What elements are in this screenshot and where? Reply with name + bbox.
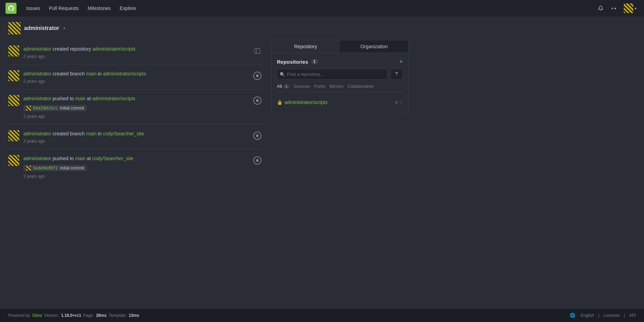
filter-tab-collaborative[interactable]: Collaborative — [347, 84, 374, 89]
activity-time: 2 years ago — [23, 139, 248, 144]
activity-body: administrator created branch main in cod… — [23, 130, 248, 144]
footer-page-label: Page: — [83, 313, 94, 318]
commit-icon — [26, 106, 31, 111]
activity-repo-link[interactable]: administrator/scripts — [103, 71, 146, 76]
repo-name-link[interactable]: administrator/scripts — [285, 100, 328, 105]
sidebar: Repository Organization Repositories 1 +… — [271, 40, 409, 308]
footer-right: 🌐 English | Licenses | API — [570, 313, 636, 318]
activity-branch-link[interactable]: main — [75, 96, 85, 101]
topnav-right: + ▾ ▾ — [596, 1, 638, 15]
commit-hash-link[interactable]: 5ede9ed9f2 — [33, 166, 58, 170]
activity-avatar — [8, 155, 19, 166]
filter-tab-forks[interactable]: Forks — [314, 84, 325, 89]
nav-pull-requests[interactable]: Pull Requests — [45, 3, 83, 13]
activity-avatar — [8, 130, 19, 141]
repo-icon — [252, 45, 263, 56]
topnav: Issues Pull Requests Milestones Explore … — [0, 0, 644, 17]
commit-node-icon — [252, 70, 263, 81]
star-icon[interactable]: ☆ — [399, 100, 403, 105]
activity-item: administrator created repository adminis… — [8, 40, 263, 65]
svg-rect-0 — [255, 49, 260, 54]
activity-actor-link[interactable]: administrator — [23, 131, 51, 136]
nav-links: Issues Pull Requests Milestones Explore — [22, 3, 594, 13]
commit-message: Initial commit — [60, 106, 84, 111]
nav-milestones[interactable]: Milestones — [84, 3, 115, 13]
footer-version: 1.18.0+rc1 — [61, 313, 81, 318]
commit-node-icon — [252, 155, 263, 166]
activity-text: administrator pushed to main at administ… — [23, 95, 248, 102]
tab-repository[interactable]: Repository — [271, 40, 340, 53]
activity-item: administrator created branch main in adm… — [8, 65, 263, 90]
main-content: administrator created repository adminis… — [0, 40, 644, 308]
footer-page-time: 28ms — [96, 313, 107, 318]
api-link[interactable]: API — [629, 313, 636, 318]
commit-message: Initial commit — [60, 166, 84, 170]
search-row: 🔍 — [277, 69, 403, 80]
activity-text: administrator created branch main in cod… — [23, 130, 248, 137]
language-link[interactable]: English — [581, 313, 594, 318]
gitea-link[interactable]: Gitea — [32, 313, 42, 318]
footer-version-label: Version: — [44, 313, 59, 318]
activity-branch-link[interactable]: main — [75, 156, 85, 161]
activity-avatar — [8, 70, 19, 81]
notifications-button[interactable] — [596, 3, 605, 13]
add-repo-button[interactable]: + — [399, 59, 403, 65]
activity-avatar — [8, 45, 19, 56]
repo-list-item: 🔒 administrator/scripts 0 ☆ — [277, 96, 403, 108]
activity-repo-link[interactable]: administrator/scripts — [93, 46, 136, 52]
search-icon: 🔍 — [280, 72, 285, 77]
activity-actor-link[interactable]: administrator — [23, 156, 51, 161]
filter-tab-all[interactable]: All 1 — [277, 84, 290, 89]
activity-time: 2 years ago — [23, 114, 248, 119]
site-logo[interactable] — [6, 3, 17, 14]
activity-text: administrator created repository adminis… — [23, 45, 248, 53]
repo-search-input[interactable] — [277, 69, 388, 80]
user-dropdown-arrow[interactable]: ▾ — [63, 26, 65, 31]
activity-repo-link[interactable]: administrator/scripts — [92, 96, 135, 101]
footer: Powered by Gitea Version: 1.18.0+rc1 Pag… — [0, 308, 644, 322]
activity-text: administrator created branch main in adm… — [23, 70, 248, 77]
activity-repo-link[interactable]: cody/Searcher_site — [92, 156, 133, 161]
filter-button[interactable] — [390, 69, 403, 80]
activity-repo-link[interactable]: cody/Searcher_site — [103, 131, 144, 136]
user-avatar — [8, 22, 21, 34]
activity-item: administrator created branch main in cod… — [8, 125, 263, 149]
nav-issues[interactable]: Issues — [22, 3, 44, 13]
activity-body: administrator created repository adminis… — [23, 45, 248, 59]
filter-tab-mirrors[interactable]: Mirrors — [330, 84, 343, 89]
create-button[interactable]: + ▾ — [609, 3, 618, 13]
stars-count: 0 — [395, 100, 398, 105]
commit-hash-link[interactable]: b9a29dc5cc — [33, 106, 58, 111]
activity-branch-link[interactable]: main — [86, 71, 96, 76]
topnav-avatar — [624, 3, 633, 13]
activity-feed: administrator created repository adminis… — [8, 40, 263, 308]
licenses-link[interactable]: Licenses — [603, 313, 620, 318]
activity-actor-link[interactable]: administrator — [23, 71, 51, 76]
powered-by-label: Powered by — [8, 313, 30, 318]
nav-explore[interactable]: Explore — [116, 3, 140, 13]
activity-body: administrator pushed to main at administ… — [23, 95, 248, 119]
commit-icon — [26, 166, 31, 170]
tab-organization[interactable]: Organization — [340, 40, 408, 53]
user-menu-button[interactable]: ▾ — [622, 1, 638, 15]
repos-count-badge: 1 — [311, 59, 318, 64]
username-label: administrator — [24, 25, 59, 31]
activity-item: administrator pushed to main at administ… — [8, 90, 263, 125]
repo-filter-tabs: All 1 Sources Forks Mirrors Collaborativ… — [277, 84, 403, 92]
activity-actor-link[interactable]: administrator — [23, 96, 51, 101]
activity-avatar — [8, 95, 19, 106]
footer-template-time: 13ms — [129, 313, 139, 318]
activity-branch-link[interactable]: main — [86, 131, 96, 136]
activity-body: administrator created branch main in adm… — [23, 70, 248, 84]
footer-left: Powered by Gitea Version: 1.18.0+rc1 Pag… — [8, 313, 139, 318]
filter-tab-sources[interactable]: Sources — [294, 84, 310, 89]
commit-badge: b9a29dc5cc Initial commit — [23, 105, 87, 111]
commit-node-icon — [252, 130, 263, 141]
activity-text: administrator pushed to main at cody/Sea… — [23, 155, 248, 162]
all-count: 1 — [283, 84, 289, 89]
commit-badge: 5ede9ed9f2 Initial commit — [23, 165, 87, 171]
footer-template-label: Template: — [109, 313, 127, 318]
search-input-wrap: 🔍 — [277, 69, 388, 80]
activity-time: 2 years ago — [23, 54, 248, 59]
activity-actor-link[interactable]: administrator — [23, 46, 51, 52]
